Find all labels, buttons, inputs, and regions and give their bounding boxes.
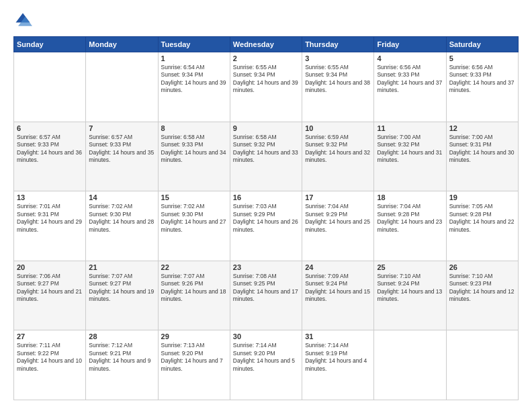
cell-info: Sunrise: 7:08 AM Sunset: 9:25 PM Dayligh… <box>233 273 299 304</box>
calendar-cell: 22Sunrise: 7:07 AM Sunset: 9:26 PM Dayli… <box>158 261 230 330</box>
day-number: 30 <box>233 332 299 340</box>
weekday-header-tuesday: Tuesday <box>158 37 230 52</box>
calendar-cell: 20Sunrise: 7:06 AM Sunset: 9:27 PM Dayli… <box>14 261 86 330</box>
day-number: 4 <box>377 54 443 62</box>
cell-info: Sunrise: 6:54 AM Sunset: 9:34 PM Dayligh… <box>161 64 227 95</box>
calendar-week-2: 6Sunrise: 6:57 AM Sunset: 9:33 PM Daylig… <box>14 122 519 191</box>
day-number: 26 <box>449 263 515 271</box>
day-number: 15 <box>161 193 227 201</box>
weekday-header-wednesday: Wednesday <box>230 37 302 52</box>
cell-info: Sunrise: 7:00 AM Sunset: 9:31 PM Dayligh… <box>449 134 515 165</box>
weekday-header-monday: Monday <box>86 37 158 52</box>
day-number: 12 <box>449 124 515 132</box>
day-number: 3 <box>305 54 371 62</box>
day-number: 22 <box>161 263 227 271</box>
day-number: 6 <box>17 124 83 132</box>
calendar-cell: 5Sunrise: 6:56 AM Sunset: 9:33 PM Daylig… <box>446 52 518 122</box>
day-number: 25 <box>377 263 443 271</box>
cell-info: Sunrise: 7:04 AM Sunset: 9:28 PM Dayligh… <box>377 203 443 234</box>
cell-info: Sunrise: 7:04 AM Sunset: 9:29 PM Dayligh… <box>305 203 371 234</box>
calendar-cell: 11Sunrise: 7:00 AM Sunset: 9:32 PM Dayli… <box>374 122 446 191</box>
day-number: 9 <box>233 124 299 132</box>
calendar-cell <box>446 330 518 400</box>
day-number: 11 <box>377 124 443 132</box>
cell-info: Sunrise: 7:10 AM Sunset: 9:23 PM Dayligh… <box>449 273 515 304</box>
calendar-cell: 21Sunrise: 7:07 AM Sunset: 9:27 PM Dayli… <box>86 261 158 330</box>
cell-info: Sunrise: 7:11 AM Sunset: 9:22 PM Dayligh… <box>17 342 83 373</box>
day-number: 19 <box>449 193 515 201</box>
cell-info: Sunrise: 7:05 AM Sunset: 9:28 PM Dayligh… <box>449 203 515 234</box>
day-number: 31 <box>305 332 371 340</box>
cell-info: Sunrise: 7:07 AM Sunset: 9:26 PM Dayligh… <box>161 273 227 304</box>
calendar-cell: 15Sunrise: 7:02 AM Sunset: 9:30 PM Dayli… <box>158 191 230 261</box>
calendar-cell: 13Sunrise: 7:01 AM Sunset: 9:31 PM Dayli… <box>14 191 86 261</box>
calendar-table: SundayMondayTuesdayWednesdayThursdayFrid… <box>13 36 519 400</box>
cell-info: Sunrise: 7:02 AM Sunset: 9:30 PM Dayligh… <box>89 203 154 234</box>
day-number: 24 <box>305 263 371 271</box>
cell-info: Sunrise: 6:57 AM Sunset: 9:33 PM Dayligh… <box>89 134 154 165</box>
calendar-cell: 1Sunrise: 6:54 AM Sunset: 9:34 PM Daylig… <box>158 52 230 122</box>
day-number: 28 <box>89 332 154 340</box>
day-number: 5 <box>449 54 515 62</box>
day-number: 10 <box>305 124 371 132</box>
cell-info: Sunrise: 6:57 AM Sunset: 9:33 PM Dayligh… <box>17 134 83 165</box>
calendar-cell: 30Sunrise: 7:14 AM Sunset: 9:20 PM Dayli… <box>230 330 302 400</box>
cell-info: Sunrise: 7:02 AM Sunset: 9:30 PM Dayligh… <box>161 203 227 234</box>
calendar-cell <box>374 330 446 400</box>
cell-info: Sunrise: 6:56 AM Sunset: 9:33 PM Dayligh… <box>377 64 443 95</box>
cell-info: Sunrise: 6:56 AM Sunset: 9:33 PM Dayligh… <box>449 64 515 95</box>
cell-info: Sunrise: 7:06 AM Sunset: 9:27 PM Dayligh… <box>17 273 83 304</box>
weekday-header-friday: Friday <box>374 37 446 52</box>
day-number: 27 <box>17 332 83 340</box>
day-number: 8 <box>161 124 227 132</box>
calendar-cell: 26Sunrise: 7:10 AM Sunset: 9:23 PM Dayli… <box>446 261 518 330</box>
day-number: 17 <box>305 193 371 201</box>
day-number: 14 <box>89 193 154 201</box>
calendar-cell: 7Sunrise: 6:57 AM Sunset: 9:33 PM Daylig… <box>86 122 158 191</box>
day-number: 13 <box>17 193 83 201</box>
calendar-cell: 18Sunrise: 7:04 AM Sunset: 9:28 PM Dayli… <box>374 191 446 261</box>
cell-info: Sunrise: 6:58 AM Sunset: 9:33 PM Dayligh… <box>161 134 227 165</box>
calendar-cell <box>86 52 158 122</box>
day-number: 21 <box>89 263 154 271</box>
day-number: 1 <box>161 54 227 62</box>
cell-info: Sunrise: 7:09 AM Sunset: 9:24 PM Dayligh… <box>305 273 371 304</box>
calendar-cell: 3Sunrise: 6:55 AM Sunset: 9:34 PM Daylig… <box>302 52 374 122</box>
calendar-cell: 23Sunrise: 7:08 AM Sunset: 9:25 PM Dayli… <box>230 261 302 330</box>
day-number: 2 <box>233 54 299 62</box>
cell-info: Sunrise: 7:12 AM Sunset: 9:21 PM Dayligh… <box>89 342 154 373</box>
cell-info: Sunrise: 7:07 AM Sunset: 9:27 PM Dayligh… <box>89 273 154 304</box>
calendar-week-3: 13Sunrise: 7:01 AM Sunset: 9:31 PM Dayli… <box>14 191 519 261</box>
calendar-cell: 8Sunrise: 6:58 AM Sunset: 9:33 PM Daylig… <box>158 122 230 191</box>
calendar-cell: 27Sunrise: 7:11 AM Sunset: 9:22 PM Dayli… <box>14 330 86 400</box>
calendar-cell: 9Sunrise: 6:58 AM Sunset: 9:32 PM Daylig… <box>230 122 302 191</box>
calendar-cell: 31Sunrise: 7:14 AM Sunset: 9:19 PM Dayli… <box>302 330 374 400</box>
calendar-cell: 12Sunrise: 7:00 AM Sunset: 9:31 PM Dayli… <box>446 122 518 191</box>
logo-icon <box>13 11 32 30</box>
logo <box>13 11 35 30</box>
header <box>13 11 519 30</box>
calendar-cell: 25Sunrise: 7:10 AM Sunset: 9:24 PM Dayli… <box>374 261 446 330</box>
calendar-week-1: 1Sunrise: 6:54 AM Sunset: 9:34 PM Daylig… <box>14 52 519 122</box>
cell-info: Sunrise: 7:14 AM Sunset: 9:20 PM Dayligh… <box>233 342 299 373</box>
weekday-header-saturday: Saturday <box>446 37 518 52</box>
calendar-cell <box>14 52 86 122</box>
page: SundayMondayTuesdayWednesdayThursdayFrid… <box>0 0 532 411</box>
calendar-cell: 4Sunrise: 6:56 AM Sunset: 9:33 PM Daylig… <box>374 52 446 122</box>
cell-info: Sunrise: 7:03 AM Sunset: 9:29 PM Dayligh… <box>233 203 299 234</box>
day-number: 16 <box>233 193 299 201</box>
calendar-cell: 16Sunrise: 7:03 AM Sunset: 9:29 PM Dayli… <box>230 191 302 261</box>
cell-info: Sunrise: 6:59 AM Sunset: 9:32 PM Dayligh… <box>305 134 371 165</box>
cell-info: Sunrise: 6:55 AM Sunset: 9:34 PM Dayligh… <box>305 64 371 95</box>
cell-info: Sunrise: 6:55 AM Sunset: 9:34 PM Dayligh… <box>233 64 299 95</box>
calendar-cell: 29Sunrise: 7:13 AM Sunset: 9:20 PM Dayli… <box>158 330 230 400</box>
calendar-cell: 24Sunrise: 7:09 AM Sunset: 9:24 PM Dayli… <box>302 261 374 330</box>
calendar-week-4: 20Sunrise: 7:06 AM Sunset: 9:27 PM Dayli… <box>14 261 519 330</box>
calendar-cell: 2Sunrise: 6:55 AM Sunset: 9:34 PM Daylig… <box>230 52 302 122</box>
calendar-cell: 19Sunrise: 7:05 AM Sunset: 9:28 PM Dayli… <box>446 191 518 261</box>
calendar-cell: 14Sunrise: 7:02 AM Sunset: 9:30 PM Dayli… <box>86 191 158 261</box>
day-number: 23 <box>233 263 299 271</box>
calendar-cell: 6Sunrise: 6:57 AM Sunset: 9:33 PM Daylig… <box>14 122 86 191</box>
day-number: 20 <box>17 263 83 271</box>
day-number: 7 <box>89 124 154 132</box>
